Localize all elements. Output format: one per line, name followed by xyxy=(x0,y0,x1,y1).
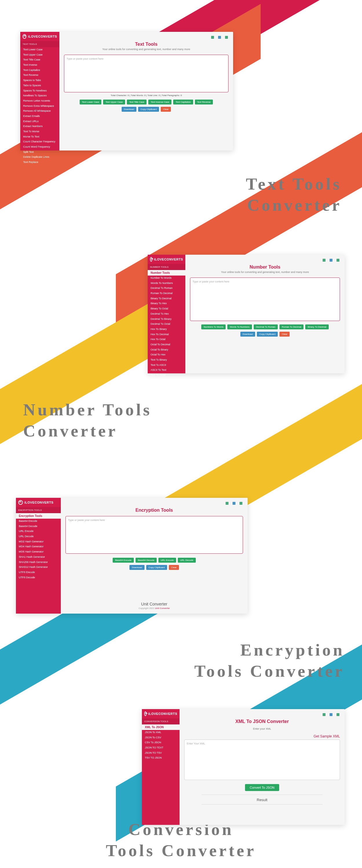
clear-button[interactable]: Clear xyxy=(169,565,179,570)
sidebar-item-active[interactable]: Number Tools xyxy=(148,270,185,276)
sidebar-item[interactable]: Newlines To Spaces xyxy=(20,93,59,98)
sidebar-item[interactable]: CSV To JSON xyxy=(142,740,180,745)
sidebar-item[interactable]: Text Upper Case xyxy=(20,52,59,58)
content-textarea[interactable]: Type or paste your content here xyxy=(64,55,229,92)
sidebar-item[interactable]: Decimal To Roman xyxy=(148,286,185,291)
logo[interactable]: iLOVECONVERTS xyxy=(148,255,185,264)
facebook-icon[interactable] xyxy=(323,713,326,716)
action-button[interactable]: Text Reverse xyxy=(195,99,213,104)
content-textarea[interactable]: Type or paste your content here xyxy=(65,516,243,554)
sidebar-item[interactable]: Hex To Decimal xyxy=(148,332,185,337)
sidebar-item[interactable]: Octal To Text xyxy=(148,378,185,383)
action-button[interactable]: URL Decode xyxy=(178,558,196,563)
xml-textarea[interactable]: Enter Your XML xyxy=(184,740,340,780)
clear-button[interactable]: Clear xyxy=(279,332,290,337)
logo[interactable]: iLOVECONVERTS xyxy=(16,498,61,507)
action-button[interactable]: Text Inverse Case xyxy=(148,99,172,104)
sidebar-item[interactable]: Extract Numbers xyxy=(20,124,59,129)
sidebar-item[interactable]: ASCII To Text xyxy=(148,368,185,373)
sidebar-item[interactable]: Words To Numbers xyxy=(148,281,185,286)
sidebar-item[interactable]: Octal To Binary xyxy=(148,347,185,352)
sidebar-item[interactable]: Binary To Hex xyxy=(148,301,185,306)
sidebar-item[interactable]: Text Title Case xyxy=(20,57,59,63)
sidebar-item[interactable]: Text Reverse xyxy=(20,73,59,78)
sidebar-item[interactable]: Binary To Decimal xyxy=(148,296,185,301)
download-button[interactable]: Download xyxy=(129,565,145,570)
sidebar-item[interactable]: Morse To Text xyxy=(20,134,59,140)
sidebar-item[interactable]: Delete Duplicate Lines xyxy=(20,155,59,160)
sidebar-item[interactable]: Octal To Decimal xyxy=(148,342,185,347)
facebook-icon[interactable] xyxy=(225,502,229,505)
action-button[interactable]: Base64 Decode xyxy=(135,558,157,563)
download-button[interactable]: Download xyxy=(122,107,137,112)
twitter-icon[interactable] xyxy=(330,259,332,261)
copy-button[interactable]: Copy ClipBoard xyxy=(257,332,278,337)
action-button[interactable]: Roman To Decimal xyxy=(279,324,303,329)
sidebar-item[interactable]: Number To Words xyxy=(148,276,185,281)
facebook-icon[interactable] xyxy=(211,36,214,39)
sample-link[interactable]: Get Sample XML xyxy=(184,734,340,738)
sidebar-item[interactable]: Spaces to Tabs xyxy=(20,78,59,83)
footer-link[interactable]: Unit Converter xyxy=(155,607,170,610)
clear-button[interactable]: Clear xyxy=(161,107,171,112)
sidebar-item[interactable]: Remove Extra Whitespace xyxy=(20,104,59,109)
sidebar-item[interactable]: Hex To Octal xyxy=(148,337,185,342)
copy-button[interactable]: Copy ClipBoard xyxy=(138,107,159,112)
sidebar-item[interactable]: Spaces To Newlines xyxy=(20,88,59,93)
action-button[interactable]: Text Title Case xyxy=(127,99,147,104)
copy-button[interactable]: Copy ClipBoard xyxy=(146,565,167,570)
sidebar-item[interactable]: SHA512 Hash Generator xyxy=(16,565,61,570)
action-button[interactable]: Base64 Encode xyxy=(113,558,134,563)
sidebar-item[interactable]: Text Replace xyxy=(20,160,59,165)
twitter-icon[interactable] xyxy=(233,502,236,505)
mail-icon[interactable] xyxy=(336,713,339,716)
sidebar-item[interactable]: Binary To Octal xyxy=(148,306,185,311)
sidebar-item[interactable]: Tabs to Spaces xyxy=(20,83,59,88)
action-button[interactable]: Text Capitalize xyxy=(173,99,193,104)
twitter-icon[interactable] xyxy=(330,713,332,716)
sidebar-item[interactable]: Text To Octal xyxy=(148,373,185,378)
action-button[interactable]: Numbers To Words xyxy=(201,324,225,329)
convert-button[interactable]: Convert To JSON xyxy=(245,784,279,791)
sidebar-item[interactable]: Decimal To Hex xyxy=(148,311,185,317)
sidebar-item[interactable]: TSV TO JSON xyxy=(142,755,180,761)
sidebar-item[interactable]: Hex To Binary xyxy=(148,327,185,332)
action-button[interactable]: Binary To Decimal xyxy=(305,324,328,329)
sidebar-item[interactable]: Text To Hex xyxy=(148,383,185,388)
sidebar-item[interactable]: JSON TO TEXT xyxy=(142,745,180,750)
sidebar-item[interactable]: Count Character Frequency xyxy=(20,139,59,145)
sidebar-item[interactable]: Roman To Decimal xyxy=(148,291,185,296)
sidebar-item[interactable]: Remove Letter Accents xyxy=(20,98,59,104)
sidebar-item[interactable]: JSON To CSV xyxy=(142,735,180,740)
mail-icon[interactable] xyxy=(240,502,242,505)
sidebar-item[interactable]: Decimal To Octal xyxy=(148,321,185,327)
sidebar-item[interactable]: Count Word Frequency xyxy=(20,145,59,150)
sidebar-item[interactable]: Octal To Hex xyxy=(148,352,185,358)
download-button[interactable]: Download xyxy=(240,332,255,337)
action-button[interactable]: Text Upper Case xyxy=(103,99,125,104)
sidebar-item[interactable]: Text Inverse xyxy=(20,63,59,68)
sidebar-item[interactable]: Text Lower Case xyxy=(20,47,59,52)
twitter-icon[interactable] xyxy=(218,36,221,39)
sidebar-item[interactable]: Base64 Encode xyxy=(16,519,61,524)
sidebar-item[interactable]: Split Text xyxy=(20,150,59,155)
action-button[interactable]: Words To Numbers xyxy=(227,324,252,329)
sidebar-item[interactable]: UTF8 Decode xyxy=(16,575,61,580)
sidebar-item-active[interactable]: Encryption Tools xyxy=(16,513,61,519)
sidebar-item[interactable]: MD5 Hash Generator xyxy=(16,549,61,555)
mail-icon[interactable] xyxy=(336,259,339,261)
sidebar-item[interactable]: Text To Binary xyxy=(148,358,185,363)
sidebar-item[interactable]: JSON To XML xyxy=(142,730,180,735)
sidebar-item[interactable]: Text To Morse xyxy=(20,129,59,134)
sidebar-item[interactable]: Remove All Whitespace xyxy=(20,108,59,114)
sidebar-item[interactable]: Extract URLs xyxy=(20,119,59,124)
content-textarea[interactable]: Type or paste your content here xyxy=(190,278,340,321)
action-button[interactable]: Decimal To Roman xyxy=(254,324,278,329)
sidebar-item[interactable]: Decimal To Binary xyxy=(148,317,185,322)
sidebar-item[interactable]: SHA256 Hash Generator xyxy=(16,560,61,565)
sidebar-item[interactable]: Extract Emails xyxy=(20,114,59,119)
sidebar-item[interactable]: SHA1 Hash Generator xyxy=(16,555,61,560)
mail-icon[interactable] xyxy=(225,36,228,39)
sidebar-item[interactable]: Base64 Decode xyxy=(16,524,61,529)
logo[interactable]: iLOVECONVERTS xyxy=(142,709,180,718)
